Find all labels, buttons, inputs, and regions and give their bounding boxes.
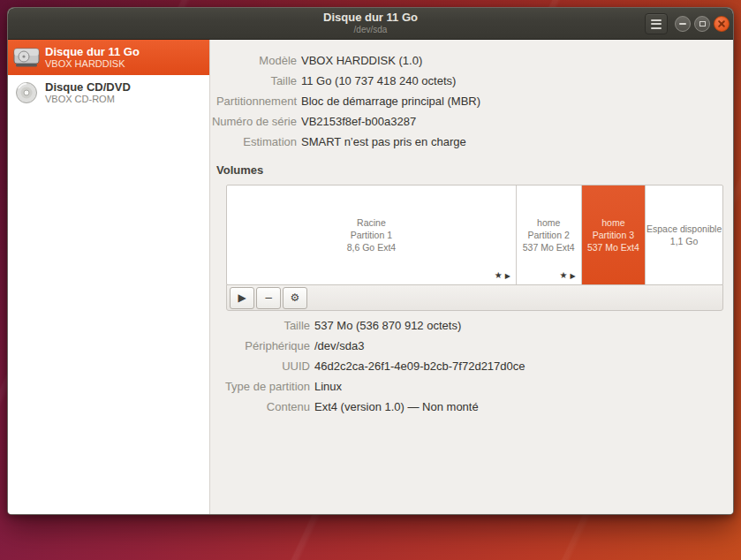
window-content: Disque dur 11 Go VBOX HARDDISK	[8, 40, 733, 514]
volume-line: Partition 1	[351, 229, 392, 241]
info-label: Taille	[210, 315, 310, 336]
volume-line: Partition 3	[593, 229, 634, 241]
volume-flags: ★▶	[559, 269, 575, 283]
volume-line: home	[601, 216, 624, 229]
info-value: VB2153f8ef-b00a3287	[301, 111, 733, 132]
volume-segment-partition-3[interactable]: home Partition 3 537 Mo Ext4	[581, 185, 646, 284]
close-icon	[717, 19, 726, 28]
bootable-star-icon: ★	[559, 270, 567, 280]
sidebar-item-text: Disque dur 11 Go VBOX HARDDISK	[45, 45, 140, 70]
maximize-button[interactable]	[694, 16, 710, 32]
delete-partition-button[interactable]: −	[256, 287, 281, 309]
volume-map: Racine Partition 1 8,6 Go Ext4 ★▶ home P…	[226, 185, 723, 285]
info-value: /dev/sda3	[314, 336, 733, 356]
info-label: Type de partition	[210, 376, 310, 397]
device-sidebar: Disque dur 11 Go VBOX HARDDISK	[8, 40, 210, 514]
sidebar-item-hard-disk[interactable]: Disque dur 11 Go VBOX HARDDISK	[8, 40, 209, 75]
hamburger-menu-icon	[651, 17, 662, 31]
mount-volume-button[interactable]: ▶	[230, 287, 254, 309]
gears-icon: ⚙	[291, 291, 300, 304]
play-icon: ▶	[238, 291, 246, 304]
window-controls	[675, 16, 730, 32]
hard-disk-icon	[11, 46, 42, 69]
volume-segment-free-space[interactable]: Espace disponible 1,1 Go	[645, 185, 722, 284]
volume-flags: ★▶	[495, 269, 510, 283]
volumes-section-header: Volumes	[216, 163, 733, 177]
app-menu-button[interactable]	[645, 13, 668, 34]
window-subtitle: /dev/sda	[8, 25, 733, 35]
info-value: 537 Mo (536 870 912 octets)	[314, 315, 733, 336]
info-value: VBOX HARDDISK (1.0)	[301, 50, 733, 71]
desktop-background: Disque dur 11 Go /dev/sda	[0, 0, 741, 560]
volume-segment-partition-2[interactable]: home Partition 2 537 Mo Ext4 ★▶	[516, 185, 581, 284]
info-label: UUID	[210, 356, 310, 376]
info-value: Bloc de démarrage principal (MBR)	[301, 91, 733, 111]
info-value: SMART n’est pas pris en charge	[301, 132, 733, 152]
volume-line: 537 Mo Ext4	[523, 241, 575, 254]
volume-line: 537 Mo Ext4	[587, 241, 639, 254]
info-label: Modèle	[210, 50, 297, 71]
sidebar-item-text: Disque CD/DVD VBOX CD-ROM	[45, 80, 131, 105]
volume-line: home	[537, 216, 560, 229]
titlebar-titles: Disque dur 11 Go /dev/sda	[8, 11, 733, 35]
info-label: Numéro de série	[210, 111, 297, 132]
bootable-star-icon: ★	[495, 270, 503, 280]
partition-options-button[interactable]: ⚙	[283, 287, 307, 309]
info-label: Contenu	[210, 397, 310, 417]
volume-line: 1,1 Go	[670, 235, 699, 247]
info-value: Linux	[314, 376, 733, 397]
volume-line: Racine	[357, 216, 386, 229]
volume-line: 8,6 Go Ext4	[347, 241, 396, 254]
volume-toolbar: ▶ − ⚙	[226, 284, 723, 311]
optical-disc-icon	[11, 81, 42, 104]
volume-line: Espace disponible	[646, 223, 722, 235]
titlebar[interactable]: Disque dur 11 Go /dev/sda	[8, 8, 733, 40]
info-value: 11 Go (10 737 418 240 octets)	[301, 71, 733, 91]
disk-info-grid: Modèle VBOX HARDDISK (1.0) Taille 11 Go …	[210, 50, 733, 152]
gnome-disks-window: Disque dur 11 Go /dev/sda	[7, 7, 734, 515]
mounted-indicator-icon: ▶	[505, 272, 510, 280]
device-title: Disque dur 11 Go	[45, 45, 140, 58]
device-title: Disque CD/DVD	[45, 80, 131, 94]
minus-icon: −	[264, 291, 273, 304]
info-value: 46d2c2ca-26f1-4e09-b2cb-7f72d217d0ce	[314, 356, 733, 376]
info-label: Taille	[210, 71, 297, 91]
maximize-icon	[699, 21, 706, 26]
sidebar-item-cd-dvd[interactable]: Disque CD/DVD VBOX CD-ROM	[8, 75, 209, 110]
device-subtitle: VBOX CD-ROM	[45, 94, 131, 105]
volume-info-grid: Taille 537 Mo (536 870 912 octets) Périp…	[210, 315, 733, 417]
info-label: Estimation	[210, 132, 297, 152]
info-value: Ext4 (version 1.0) — Non monté	[314, 397, 733, 417]
volume-segment-partition-1[interactable]: Racine Partition 1 8,6 Go Ext4 ★▶	[227, 185, 516, 284]
close-button[interactable]	[714, 16, 730, 32]
disk-details-panel: Modèle VBOX HARDDISK (1.0) Taille 11 Go …	[210, 40, 733, 514]
mounted-indicator-icon: ▶	[570, 272, 575, 280]
minimize-button[interactable]	[675, 16, 691, 32]
info-label: Périphérique	[210, 336, 310, 356]
volume-line: Partition 2	[528, 229, 570, 241]
info-label: Partitionnement	[210, 91, 297, 111]
minimize-icon	[679, 23, 686, 25]
window-title: Disque dur 11 Go	[8, 11, 733, 25]
device-subtitle: VBOX HARDDISK	[45, 58, 140, 70]
